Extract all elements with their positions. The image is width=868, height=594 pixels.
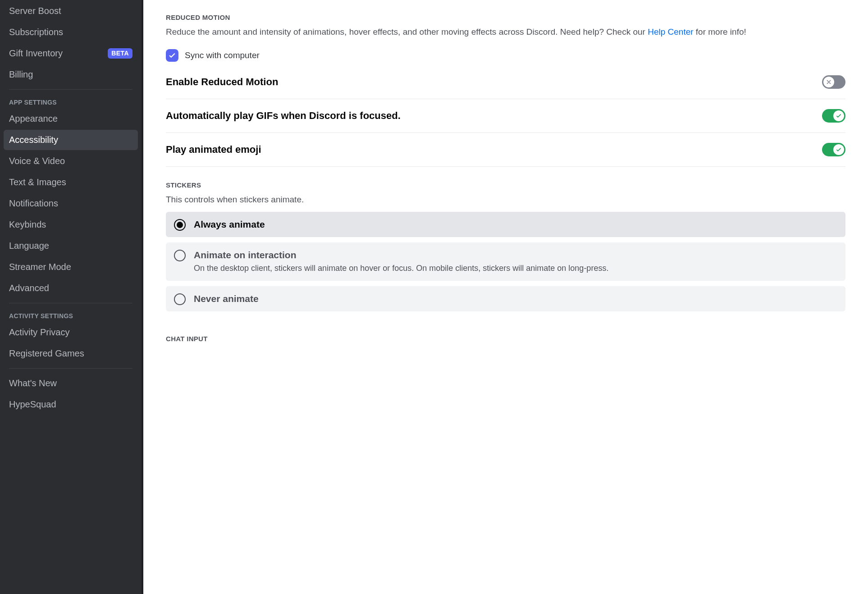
radio-subtitle: On the desktop client, stickers will ani… [194,263,608,274]
check-icon [168,51,176,59]
sync-checkbox[interactable] [166,49,178,62]
toggle-row-animated-emoji: Play animated emoji [166,133,845,167]
radio-always-animate[interactable]: Always animate [166,212,845,237]
stickers-section: STICKERS This controls when stickers ani… [166,181,845,311]
toggle-row-autoplay-gifs: Automatically play GIFs when Discord is … [166,99,845,133]
check-icon [836,146,842,153]
sidebar-item-gift-inventory[interactable]: Gift Inventory BETA [4,43,138,64]
section-desc-stickers: This controls when stickers animate. [166,193,845,206]
check-icon [836,113,842,119]
toggle-enable-reduced-motion[interactable] [822,75,845,89]
radio-icon [174,219,186,231]
sidebar-item-language[interactable]: Language [4,236,138,256]
radio-title: Always animate [194,218,265,230]
toggle-label: Automatically play GIFs when Discord is … [166,110,401,122]
sidebar-item-advanced[interactable]: Advanced [4,278,138,298]
sidebar-header-activity-settings: ACTIVITY SETTINGS [4,308,138,321]
sidebar-item-server-boost[interactable]: Server Boost [4,1,138,21]
x-icon [826,79,832,85]
toggle-knob [833,110,844,121]
toggle-label: Enable Reduced Motion [166,76,278,88]
sidebar-item-billing[interactable]: Billing [4,64,138,85]
sidebar-item-streamer-mode[interactable]: Streamer Mode [4,257,138,277]
radio-title: Never animate [194,292,259,305]
radio-title: Animate on interaction [194,249,608,261]
sidebar-item-keybinds[interactable]: Keybinds [4,215,138,235]
sidebar-header-app-settings: APP SETTINGS [4,94,138,108]
section-title-reduced-motion: REDUCED MOTION [166,14,845,21]
sidebar-item-appearance[interactable]: Appearance [4,109,138,129]
sync-label: Sync with computer [185,50,260,60]
beta-badge: BETA [108,48,132,58]
reduced-motion-section: REDUCED MOTION Reduce the amount and int… [166,14,845,167]
toggle-animated-emoji[interactable] [822,143,845,156]
sidebar-divider [9,303,132,303]
radio-animate-on-interaction[interactable]: Animate on interaction On the desktop cl… [166,242,845,280]
help-center-link[interactable]: Help Center [648,27,693,37]
sidebar-divider [9,89,132,90]
sidebar-divider [9,368,132,369]
sidebar-item-accessibility[interactable]: Accessibility [4,130,138,150]
settings-content: REDUCED MOTION Reduce the amount and int… [143,0,868,594]
sidebar-item-voice-video[interactable]: Voice & Video [4,151,138,171]
sidebar-item-whats-new[interactable]: What's New [4,373,138,393]
radio-icon [174,250,186,261]
radio-icon [174,293,186,305]
sidebar-item-registered-games[interactable]: Registered Games [4,343,138,364]
radio-never-animate[interactable]: Never animate [166,286,845,311]
toggle-label: Play animated emoji [166,144,261,155]
sidebar-item-subscriptions[interactable]: Subscriptions [4,22,138,42]
chat-input-section: CHAT INPUT [166,335,845,343]
section-title-stickers: STICKERS [166,181,845,189]
sidebar-item-hypesquad[interactable]: HypeSquad [4,394,138,415]
sync-with-computer-row[interactable]: Sync with computer [166,49,845,62]
toggle-knob [833,144,844,155]
toggle-knob [823,77,834,87]
section-title-chat-input: CHAT INPUT [166,335,845,343]
sidebar-item-text-images[interactable]: Text & Images [4,172,138,192]
toggle-row-reduced-motion: Enable Reduced Motion [166,75,845,99]
sidebar-item-notifications[interactable]: Notifications [4,193,138,214]
toggle-autoplay-gifs[interactable] [822,109,845,123]
sidebar-item-activity-privacy[interactable]: Activity Privacy [4,322,138,343]
settings-sidebar[interactable]: Server Boost Subscriptions Gift Inventor… [0,0,143,594]
section-desc-reduced-motion: Reduce the amount and intensity of anima… [166,26,845,38]
